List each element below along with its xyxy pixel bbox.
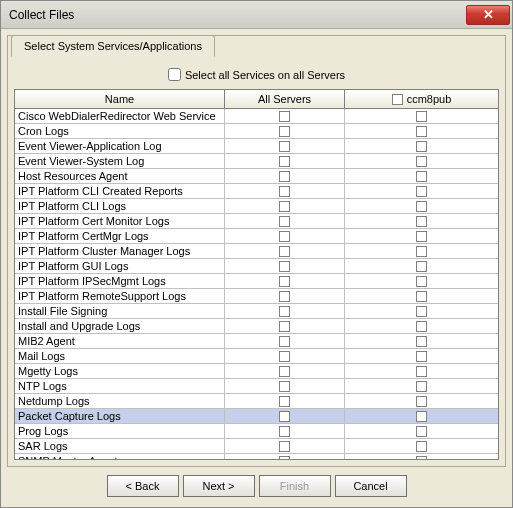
table-row[interactable]: Prog Logs [15, 424, 498, 439]
all-servers-cell [225, 124, 345, 138]
table-row[interactable]: IPT Platform Cluster Manager Logs [15, 244, 498, 259]
server1-cell [345, 199, 498, 213]
services-grid: Name All Servers ccm8pub Cisco WebDialer… [14, 89, 499, 460]
all-servers-checkbox[interactable] [279, 276, 290, 287]
server1-checkbox[interactable] [416, 126, 427, 137]
server1-checkbox[interactable] [416, 186, 427, 197]
table-row[interactable]: Mgetty Logs [15, 364, 498, 379]
server1-checkbox[interactable] [416, 426, 427, 437]
all-servers-checkbox[interactable] [279, 231, 290, 242]
column-header-all-servers[interactable]: All Servers [225, 90, 345, 108]
server1-checkbox[interactable] [416, 216, 427, 227]
all-servers-checkbox[interactable] [279, 321, 290, 332]
table-row[interactable]: IPT Platform RemoteSupport Logs [15, 289, 498, 304]
server1-checkbox[interactable] [416, 411, 427, 422]
all-servers-checkbox[interactable] [279, 141, 290, 152]
table-row[interactable]: MIB2 Agent [15, 334, 498, 349]
server1-checkbox[interactable] [416, 261, 427, 272]
server1-checkbox[interactable] [416, 156, 427, 167]
server1-checkbox[interactable] [416, 231, 427, 242]
tab-select-services[interactable]: Select System Services/Applications [11, 35, 215, 57]
table-row[interactable]: Install File Signing [15, 304, 498, 319]
server1-checkbox[interactable] [416, 201, 427, 212]
server1-checkbox[interactable] [416, 366, 427, 377]
server1-checkbox[interactable] [416, 246, 427, 257]
column-header-server1[interactable]: ccm8pub [345, 90, 498, 108]
all-servers-checkbox[interactable] [279, 441, 290, 452]
table-row[interactable]: IPT Platform IPSecMgmt Logs [15, 274, 498, 289]
server1-checkbox[interactable] [416, 441, 427, 452]
table-row[interactable]: Netdump Logs [15, 394, 498, 409]
service-name-cell: SNMP Master Agent [15, 454, 225, 459]
all-servers-checkbox[interactable] [279, 111, 290, 122]
select-all-checkbox[interactable] [168, 68, 181, 81]
close-button[interactable]: ✕ [466, 5, 510, 25]
all-servers-checkbox[interactable] [279, 381, 290, 392]
all-servers-checkbox[interactable] [279, 426, 290, 437]
all-servers-cell [225, 109, 345, 123]
table-row[interactable]: Cisco WebDialerRedirector Web Service [15, 109, 498, 124]
all-servers-checkbox[interactable] [279, 291, 290, 302]
server1-cell [345, 109, 498, 123]
all-servers-checkbox[interactable] [279, 456, 290, 460]
table-row[interactable]: IPT Platform CLI Logs [15, 199, 498, 214]
table-row[interactable]: IPT Platform CertMgr Logs [15, 229, 498, 244]
all-servers-checkbox[interactable] [279, 171, 290, 182]
all-servers-checkbox[interactable] [279, 396, 290, 407]
table-row[interactable]: Host Resources Agent [15, 169, 498, 184]
server1-checkbox[interactable] [416, 141, 427, 152]
table-row[interactable]: Event Viewer-System Log [15, 154, 498, 169]
table-row[interactable]: SAR Logs [15, 439, 498, 454]
server1-cell [345, 169, 498, 183]
all-servers-checkbox[interactable] [279, 186, 290, 197]
cancel-button[interactable]: Cancel [335, 475, 407, 497]
next-button[interactable]: Next > [183, 475, 255, 497]
server1-cell [345, 349, 498, 363]
all-servers-checkbox[interactable] [279, 126, 290, 137]
server1-checkbox[interactable] [416, 291, 427, 302]
server1-checkbox[interactable] [416, 381, 427, 392]
table-row[interactable]: IPT Platform GUI Logs [15, 259, 498, 274]
server1-checkbox[interactable] [416, 276, 427, 287]
table-row[interactable]: Packet Capture Logs [15, 409, 498, 424]
server1-checkbox[interactable] [416, 321, 427, 332]
grid-body[interactable]: Cisco WebDialerRedirector Web ServiceCro… [15, 109, 498, 459]
service-name-cell: Cisco WebDialerRedirector Web Service [15, 109, 225, 123]
table-row[interactable]: Event Viewer-Application Log [15, 139, 498, 154]
all-servers-checkbox[interactable] [279, 261, 290, 272]
all-servers-cell [225, 289, 345, 303]
all-servers-checkbox[interactable] [279, 156, 290, 167]
table-row[interactable]: Mail Logs [15, 349, 498, 364]
server1-checkbox[interactable] [416, 111, 427, 122]
back-button[interactable]: < Back [107, 475, 179, 497]
all-servers-checkbox[interactable] [279, 201, 290, 212]
table-row[interactable]: IPT Platform CLI Created Reports [15, 184, 498, 199]
server1-checkbox[interactable] [416, 396, 427, 407]
server1-checkbox[interactable] [416, 306, 427, 317]
table-row[interactable]: IPT Platform Cert Monitor Logs [15, 214, 498, 229]
column-header-name[interactable]: Name [15, 90, 225, 108]
all-servers-checkbox[interactable] [279, 246, 290, 257]
server1-cell [345, 334, 498, 348]
all-servers-checkbox[interactable] [279, 411, 290, 422]
server1-checkbox[interactable] [416, 171, 427, 182]
service-name-cell: IPT Platform CLI Logs [15, 199, 225, 213]
server1-checkbox[interactable] [416, 351, 427, 362]
table-row[interactable]: Cron Logs [15, 124, 498, 139]
table-row[interactable]: SNMP Master Agent [15, 454, 498, 459]
server1-cell [345, 424, 498, 438]
table-row[interactable]: Install and Upgrade Logs [15, 319, 498, 334]
all-servers-checkbox[interactable] [279, 216, 290, 227]
all-servers-checkbox[interactable] [279, 336, 290, 347]
all-servers-checkbox[interactable] [279, 366, 290, 377]
service-name-cell: Packet Capture Logs [15, 409, 225, 423]
server1-checkbox[interactable] [416, 336, 427, 347]
header-server1-checkbox[interactable] [392, 94, 403, 105]
table-row[interactable]: NTP Logs [15, 379, 498, 394]
server1-checkbox[interactable] [416, 456, 427, 460]
service-name-cell: IPT Platform RemoteSupport Logs [15, 289, 225, 303]
all-servers-checkbox[interactable] [279, 306, 290, 317]
all-servers-cell [225, 379, 345, 393]
server1-cell [345, 394, 498, 408]
all-servers-checkbox[interactable] [279, 351, 290, 362]
